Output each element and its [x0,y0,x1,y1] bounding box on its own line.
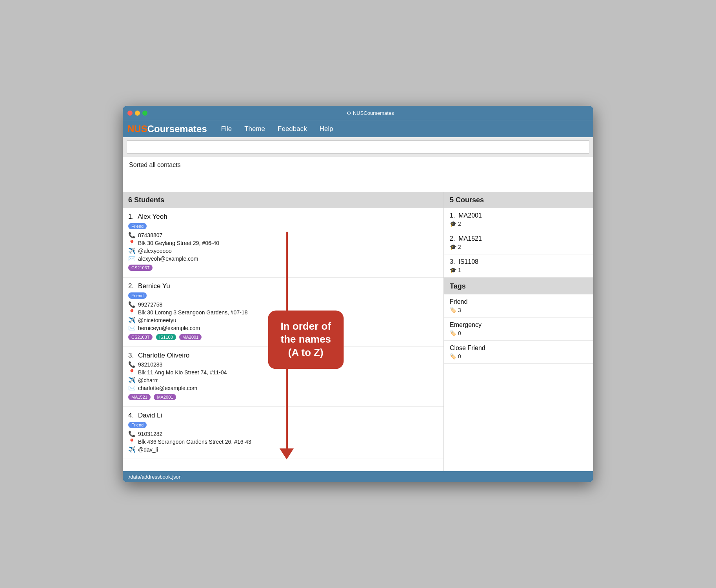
telegram: @charrr [138,377,158,383]
tags-list[interactable]: Friend 🏷️ 3 Emergency 🏷️ 0 Close Friend … [444,294,593,471]
tag-name: Emergency [450,321,588,328]
telegram: @alexyooooo [138,248,172,254]
course-count: 🎓 1 [450,267,588,273]
tags-header: Tags [444,278,593,294]
phone-number: 99272758 [138,301,162,308]
courses-header: 5 Courses [444,192,593,208]
phone-icon: 📞 [128,361,136,368]
title-bar: ⚙ NUSCoursemates [123,106,593,120]
footer-path: ./data/addressbook.json [127,474,182,480]
address-icon: 📍 [128,309,136,316]
address-icon: 📍 [128,369,136,376]
tag-badge-friend: Friend [128,422,147,428]
main-content: 6 Students 1. Alex Yeoh Friend 📞 8743880… [123,192,593,471]
right-panel: 5 Courses 1. MA2001 🎓 2 2. MA1521 🎓 2 3.… [444,192,593,471]
phone-number: 93210283 [138,361,162,368]
phone-number: 91031282 [138,431,162,437]
left-panel: 6 Students 1. Alex Yeoh Friend 📞 8743880… [123,192,443,471]
address: Blk 11 Ang Mo Kio Street 74, #11-04 [138,369,227,376]
table-row: 2. Bernice Yu Friend 📞 99272758 📍 Blk 30… [123,278,443,347]
menu-theme[interactable]: Theme [238,125,271,133]
phone-icon: 📞 [128,301,136,308]
email: berniceyu@example.com [138,325,200,331]
course-count: 🎓 2 [450,221,588,227]
minimize-button[interactable] [135,111,140,116]
student-name: 4. David Li [128,412,438,419]
tag-name: Close Friend [450,345,588,352]
email: alexyeoh@example.com [138,256,198,262]
menu-bar: NUSCoursemates File Theme Feedback Help [123,120,593,137]
address-icon: 📍 [128,438,136,445]
tag-badge-cs2103t: CS2103T [128,334,153,340]
email: charlotte@example.com [138,385,197,391]
main-window: ⚙ NUSCoursemates NUSCoursemates File The… [123,106,593,482]
student-name: 3. Charlotte Oliveiro [128,352,438,359]
brand-coursemates: Coursemates [147,123,207,134]
telegram-icon: ✈️ [128,317,136,324]
list-item: Close Friend 🏷️ 0 [444,341,593,364]
maximize-button[interactable] [142,111,147,116]
tag-name: Friend [450,298,588,305]
menu-file[interactable]: File [215,125,238,133]
course-name: 3. IS1108 [450,258,588,265]
email-icon: ✉️ [128,325,136,332]
tag-count: 🏷️ 0 [450,330,588,336]
tag-count: 🏷️ 3 [450,307,588,313]
tag-count: 🏷️ 0 [450,353,588,359]
telegram-icon: ✈️ [128,377,136,384]
student-name: 2. Bernice Yu [128,282,438,290]
telegram-icon: ✈️ [128,446,136,453]
search-bar [123,137,593,157]
search-input[interactable] [127,140,589,154]
tag-badge-is1108: IS1108 [156,334,176,340]
students-list[interactable]: 1. Alex Yeoh Friend 📞 87438807 📍 Blk 30 … [123,208,443,471]
traffic-lights [127,111,147,116]
list-item: Friend 🏷️ 3 [444,294,593,318]
telegram: @dav_li [138,446,158,453]
address: Blk 30 Geylang Street 29, #06-40 [138,240,219,246]
tag-badge-cs2103t: CS2103T [128,265,153,271]
course-name: 2. MA1521 [450,235,588,242]
phone-icon: 📞 [128,430,136,437]
course-count: 🎓 2 [450,244,588,250]
tag-badge-ma2001: MA2001 [179,334,202,340]
courses-list[interactable]: 1. MA2001 🎓 2 2. MA1521 🎓 2 3. IS1108 🎓 … [444,208,593,278]
courses-section: 5 Courses 1. MA2001 🎓 2 2. MA1521 🎓 2 3.… [444,192,593,278]
email-icon: ✉️ [128,385,136,392]
tag-badge-ma2001: MA2001 [154,394,176,400]
list-item: 3. IS1108 🎓 1 [444,254,593,278]
table-row: 4. David Li Friend 📞 91031282 📍 Blk 436 … [123,407,443,459]
list-item: 2. MA1521 🎓 2 [444,231,593,254]
table-row: 3. Charlotte Oliveiro 📞 93210283 📍 Blk 1… [123,347,443,407]
address-icon: 📍 [128,240,136,247]
tag-badge-friend: Friend [128,292,147,299]
brand-nus: NUS [127,123,147,134]
menu-help[interactable]: Help [313,125,340,133]
student-name: 1. Alex Yeoh [128,213,438,221]
tag-badge-friend: Friend [128,223,147,229]
list-item: 1. MA2001 🎓 2 [444,208,593,231]
close-button[interactable] [127,111,133,116]
window-title: ⚙ NUSCoursemates [152,110,589,116]
table-row: 1. Alex Yeoh Friend 📞 87438807 📍 Blk 30 … [123,208,443,278]
phone-icon: 📞 [128,232,136,239]
menu-feedback[interactable]: Feedback [271,125,313,133]
tag-badge-ma1521: MA1521 [128,394,151,400]
address: Blk 30 Lorong 3 Serangoon Gardens, #07-1… [138,309,247,316]
status-footer: ./data/addressbook.json [123,471,593,482]
students-header: 6 Students [123,192,443,208]
address: Blk 436 Serangoon Gardens Street 26, #16… [138,439,251,445]
status-area: Sorted all contacts [123,157,593,192]
brand-logo: NUSCoursemates [127,123,207,134]
list-item: Emergency 🏷️ 0 [444,318,593,341]
status-text: Sorted all contacts [129,162,587,169]
course-name: 1. MA2001 [450,212,588,219]
telegram: @nicetomeetyu [138,317,176,323]
phone-number: 87438807 [138,232,162,238]
email-icon: ✉️ [128,255,136,262]
tags-section: Tags Friend 🏷️ 3 Emergency 🏷️ 0 Close Fr… [444,278,593,471]
telegram-icon: ✈️ [128,247,136,254]
